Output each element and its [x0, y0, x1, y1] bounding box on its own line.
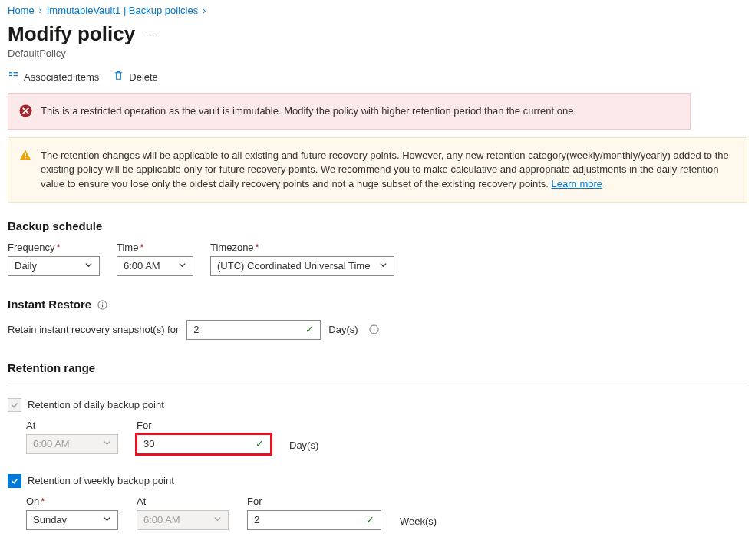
retention-range-heading: Retention range	[8, 361, 747, 374]
chevron-down-icon	[103, 514, 111, 525]
associated-items-label: Associated items	[24, 71, 99, 83]
weekly-at-label: At	[137, 496, 229, 507]
instant-restore-input[interactable]: ✓	[186, 320, 321, 340]
daily-at-label: At	[26, 420, 118, 431]
page-title: Modify policy	[8, 22, 135, 46]
checkmark-icon: ✓	[366, 514, 374, 525]
checkmark-icon: ✓	[256, 438, 264, 450]
learn-more-link[interactable]: Learn more	[552, 178, 602, 189]
daily-for-input[interactable]: ✓	[137, 434, 271, 454]
breadcrumb: Home › ImmutableVault1 | Backup policies…	[8, 0, 747, 19]
breadcrumb-home[interactable]: Home	[8, 5, 35, 16]
svg-rect-9	[102, 303, 103, 304]
warning-banner: The retention changes will be applicable…	[8, 137, 747, 203]
time-select[interactable]: 6:00 AM	[117, 256, 193, 276]
weekly-for-unit: Week(s)	[400, 516, 437, 530]
checkmark-icon: ✓	[305, 324, 314, 335]
daily-at-select: 6:00 AM	[26, 434, 118, 454]
error-icon	[19, 104, 33, 118]
chevron-down-icon	[213, 514, 222, 525]
chevron-down-icon	[379, 260, 387, 272]
weekly-on-select[interactable]: Sunday	[26, 510, 118, 530]
weekly-retention-checkbox[interactable]	[8, 474, 21, 488]
breadcrumb-vault[interactable]: ImmutableVault1 | Backup policies	[47, 5, 199, 16]
error-banner: This is a restricted operation as the va…	[8, 93, 691, 130]
list-icon	[8, 70, 19, 84]
daily-retention-checkbox	[8, 398, 21, 412]
trash-icon	[113, 70, 124, 84]
instant-restore-unit: Day(s)	[328, 324, 358, 335]
associated-items-button[interactable]: Associated items	[8, 70, 99, 84]
info-icon[interactable]	[97, 300, 107, 310]
timezone-select[interactable]: (UTC) Coordinated Universal Time	[210, 256, 394, 276]
svg-rect-8	[102, 305, 103, 308]
warning-icon	[19, 149, 33, 191]
instant-restore-label: Retain instant recovery snapshot(s) for	[8, 324, 179, 335]
chevron-right-icon: ›	[39, 5, 42, 16]
daily-retention-label: Retention of daily backup point	[28, 399, 164, 410]
delete-button[interactable]: Delete	[113, 70, 158, 84]
svg-rect-6	[25, 157, 26, 159]
frequency-select[interactable]: Daily	[8, 256, 100, 276]
frequency-label: Frequency*	[8, 242, 100, 253]
weekly-at-select: 6:00 AM	[137, 510, 229, 530]
info-icon[interactable]	[369, 324, 379, 334]
time-label: Time*	[117, 242, 193, 253]
chevron-down-icon	[178, 260, 186, 272]
instant-restore-heading: Instant Restore	[8, 298, 747, 311]
svg-rect-11	[374, 329, 374, 332]
chevron-down-icon	[84, 260, 93, 272]
daily-for-label: For	[137, 420, 271, 431]
daily-for-unit: Day(s)	[289, 440, 318, 454]
more-actions-button[interactable]: ···	[146, 29, 156, 40]
svg-rect-5	[25, 153, 26, 156]
backup-schedule-heading: Backup schedule	[8, 219, 747, 232]
page-subtitle: DefaultPolicy	[8, 48, 747, 59]
weekly-on-label: On*	[26, 496, 118, 507]
weekly-retention-label: Retention of weekly backup point	[28, 475, 174, 486]
chevron-down-icon	[103, 438, 111, 450]
weekly-for-input[interactable]: ✓	[247, 510, 381, 530]
toolbar: Associated items Delete	[8, 70, 747, 84]
svg-rect-12	[374, 328, 374, 328]
timezone-label: Timezone*	[210, 242, 394, 253]
warning-banner-text: The retention changes will be applicable…	[41, 149, 736, 191]
delete-label: Delete	[129, 71, 158, 83]
weekly-for-label: For	[247, 496, 381, 507]
chevron-right-icon: ›	[203, 5, 206, 16]
error-banner-text: This is a restricted operation as the va…	[41, 104, 679, 118]
